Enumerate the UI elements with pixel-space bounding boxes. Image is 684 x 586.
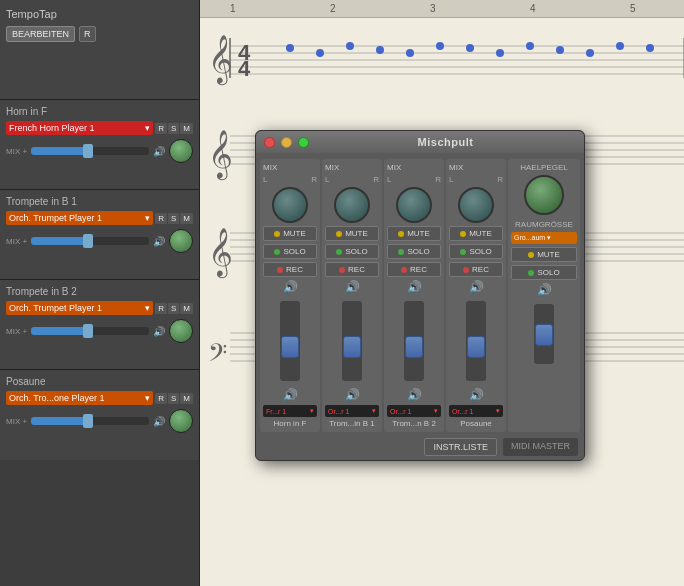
mix-label-horn: MIX + xyxy=(6,147,27,156)
svg-point-33 xyxy=(556,46,564,54)
pan-knob-horn[interactable] xyxy=(169,139,193,163)
channel-strip-2: MIX L R MUTE SOLO REC 🔊 xyxy=(322,159,382,432)
svg-point-30 xyxy=(466,44,474,52)
track-trompete2: Trompete in B 2 Orch. Trumpet Player 1 ▾… xyxy=(0,280,199,370)
svg-point-25 xyxy=(316,49,324,57)
player-name-trompete2: Orch. Trumpet Player 1 xyxy=(9,303,102,313)
ruler: 1 2 3 4 5 xyxy=(200,0,684,18)
ch4-speaker-icon: 🔊 xyxy=(469,280,484,294)
svg-text:𝄞: 𝄞 xyxy=(208,35,233,86)
r-btn-horn[interactable]: R xyxy=(155,123,167,134)
right-fader-handle[interactable] xyxy=(535,324,553,346)
m-btn-posaune[interactable]: M xyxy=(180,393,193,404)
channel-strip-3: MIX L R MUTE SOLO REC 🔊 xyxy=(384,159,444,432)
player-select-horn[interactable]: French Horn Player 1 ▾ xyxy=(6,121,153,135)
m-btn-horn[interactable]: M xyxy=(180,123,193,134)
mix-row-horn: MIX + 🔊 xyxy=(6,139,193,163)
maximize-button[interactable] xyxy=(298,137,309,148)
ch4-fader[interactable] xyxy=(466,301,486,381)
reverb-preset-name: Gro...aum xyxy=(514,234,545,241)
ch3-solo-btn[interactable]: SOLO xyxy=(387,244,441,259)
ch3-fader-handle[interactable] xyxy=(405,336,423,358)
ch4-patch-arrow: ▾ xyxy=(496,407,500,415)
ch2-fader[interactable] xyxy=(342,301,362,381)
ch3-l: L xyxy=(387,175,391,184)
ch2-rec-btn[interactable]: REC xyxy=(325,262,379,277)
ch3-rec-btn[interactable]: REC xyxy=(387,262,441,277)
m-btn-trompete1[interactable]: M xyxy=(180,213,193,224)
ch3-fader[interactable] xyxy=(404,301,424,381)
svg-text:4: 4 xyxy=(238,56,251,81)
ch1-patch-select[interactable]: Fr...r 1 ▾ xyxy=(263,405,317,417)
player-select-trompete1[interactable]: Orch. Trumpet Player 1 ▾ xyxy=(6,211,153,225)
pan-knob-trompete1[interactable] xyxy=(169,229,193,253)
ch4-solo-btn[interactable]: SOLO xyxy=(449,244,503,259)
s-btn-horn[interactable]: S xyxy=(168,123,179,134)
ch1-mute-dot xyxy=(274,231,280,237)
fader-trompete2[interactable] xyxy=(31,327,149,335)
ch4-rec-btn[interactable]: REC xyxy=(449,262,503,277)
haelpegel-knob[interactable] xyxy=(524,175,564,215)
svg-text:𝄞: 𝄞 xyxy=(208,228,233,279)
fader-trompete1[interactable] xyxy=(31,237,149,245)
right-mute-btn[interactable]: MUTE xyxy=(511,247,577,262)
instr-liste-button[interactable]: INSTR.LISTE xyxy=(424,438,497,456)
ch1-lr: L R xyxy=(263,175,317,184)
track-horn: Horn in F French Horn Player 1 ▾ R S M M… xyxy=(0,100,199,190)
right-fader[interactable] xyxy=(534,304,554,364)
ch3-mute-btn[interactable]: MUTE xyxy=(387,226,441,241)
player-select-posaune[interactable]: Orch. Tro...one Player 1 ▾ xyxy=(6,391,153,405)
bearbeiten-button[interactable]: BEARBEITEN xyxy=(6,26,75,42)
ch1-patch-name: Fr...r 1 xyxy=(266,408,286,415)
ch1-r: R xyxy=(311,175,317,184)
ch2-solo-btn[interactable]: SOLO xyxy=(325,244,379,259)
right-solo-btn[interactable]: SOLO xyxy=(511,265,577,280)
ch3-patch-select[interactable]: Or...r 1 ▾ xyxy=(387,405,441,417)
ch2-patch-arrow: ▾ xyxy=(372,407,376,415)
r-btn-trompete1[interactable]: R xyxy=(155,213,167,224)
ch3-pan-knob[interactable] xyxy=(396,187,432,223)
ch3-lr: L R xyxy=(387,175,441,184)
s-btn-trompete1[interactable]: S xyxy=(168,213,179,224)
ch2-solo-label: SOLO xyxy=(345,247,367,256)
r-btn-posaune[interactable]: R xyxy=(155,393,167,404)
ch2-r: R xyxy=(373,175,379,184)
ch2-name-label: Trom...in B 1 xyxy=(325,419,379,428)
close-button[interactable] xyxy=(264,137,275,148)
fader-posaune[interactable] xyxy=(31,417,149,425)
ch4-fader-handle[interactable] xyxy=(467,336,485,358)
mix-row-posaune: MIX + 🔊 xyxy=(6,409,193,433)
fader-horn[interactable] xyxy=(31,147,149,155)
reverb-select[interactable]: Gro...aum ▾ xyxy=(511,232,577,244)
ch4-mute-label: MUTE xyxy=(469,229,492,238)
ch4-patch-select[interactable]: Or...r 1 ▾ xyxy=(449,405,503,417)
ch4-name-label: Posaune xyxy=(449,419,503,428)
minimize-button[interactable] xyxy=(281,137,292,148)
ch4-pan-knob[interactable] xyxy=(458,187,494,223)
channel-strip-1: MIX L R MUTE SOLO REC 🔊 xyxy=(260,159,320,432)
ch1-pan-knob[interactable] xyxy=(272,187,308,223)
s-btn-trompete2[interactable]: S xyxy=(168,303,179,314)
ch2-fader-handle[interactable] xyxy=(343,336,361,358)
pan-knob-trompete2[interactable] xyxy=(169,319,193,343)
mixer-titlebar: Mischpult xyxy=(256,131,584,153)
ch1-fader[interactable] xyxy=(280,301,300,381)
ch1-mute-btn[interactable]: MUTE xyxy=(263,226,317,241)
s-btn-posaune[interactable]: S xyxy=(168,393,179,404)
ch2-speaker-icon: 🔊 xyxy=(345,280,360,294)
ch1-rec-btn[interactable]: REC xyxy=(263,262,317,277)
player-select-trompete2[interactable]: Orch. Trumpet Player 1 ▾ xyxy=(6,301,153,315)
ch3-mute-label: MUTE xyxy=(407,229,430,238)
ch1-solo-dot xyxy=(274,249,280,255)
pan-knob-posaune[interactable] xyxy=(169,409,193,433)
ruler-mark-4: 4 xyxy=(530,3,536,14)
ch2-patch-select[interactable]: Or...r 1 ▾ xyxy=(325,405,379,417)
r-btn-trompete2[interactable]: R xyxy=(155,303,167,314)
ch2-pan-knob[interactable] xyxy=(334,187,370,223)
ch4-mute-btn[interactable]: MUTE xyxy=(449,226,503,241)
ch1-solo-btn[interactable]: SOLO xyxy=(263,244,317,259)
m-btn-trompete2[interactable]: M xyxy=(180,303,193,314)
tempo-r-button[interactable]: R xyxy=(79,26,96,42)
ch2-mute-btn[interactable]: MUTE xyxy=(325,226,379,241)
ch1-fader-handle[interactable] xyxy=(281,336,299,358)
